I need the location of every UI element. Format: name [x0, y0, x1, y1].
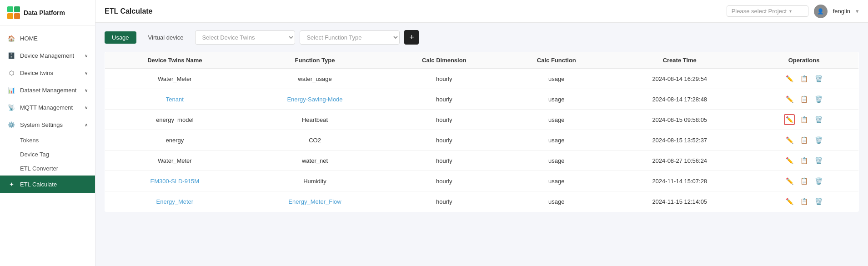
sidebar-item-mqtt-management[interactable]: 📡 MQTT Management ∨ — [0, 99, 95, 116]
chevron-right-icon: ∨ — [85, 53, 88, 58]
edit-button-1[interactable]: ✏️ — [784, 94, 795, 105]
svg-rect-0 — [7, 6, 13, 12]
chevron-down-icon: ∨ — [85, 70, 88, 75]
cell-create-time-0: 2024-08-14 16:29:54 — [610, 69, 749, 89]
add-button[interactable]: + — [404, 30, 419, 45]
user-avatar: 👤 — [814, 5, 828, 18]
delete-button-6[interactable]: 🗑️ — [813, 196, 824, 207]
table-body: Water_Meter water_usage hourly usage 202… — [105, 69, 859, 212]
tab-virtual-device[interactable]: Virtual device — [141, 31, 191, 44]
sidebar-label-home: HOME — [20, 35, 88, 42]
project-placeholder: Please select Project — [732, 8, 787, 15]
table-header-row: Device Twins Name Function Type Calc Dim… — [105, 52, 859, 69]
col-calc-function: Calc Function — [503, 52, 610, 69]
col-function-type: Function Type — [245, 52, 386, 69]
cell-function-type-6[interactable]: Energy_Meter_Flow — [245, 191, 386, 212]
database-icon: 🗄️ — [7, 51, 15, 60]
cell-create-time-4: 2024-08-27 10:56:24 — [610, 151, 749, 171]
cell-calc-function-6: usage — [503, 191, 610, 212]
delete-button-5[interactable]: 🗑️ — [813, 176, 824, 186]
cell-calc-function-5: usage — [503, 171, 610, 191]
edit-button-5[interactable]: ✏️ — [784, 176, 795, 186]
sidebar-label-device-management: Device Management — [20, 52, 80, 59]
sidebar-item-device-management[interactable]: 🗄️ Device Management ∨ — [0, 47, 95, 64]
edit-button-4[interactable]: ✏️ — [784, 155, 795, 166]
table-row: energy CO2 hourly usage 2024-08-15 13:52… — [105, 130, 859, 151]
project-selector[interactable]: Please select Project ▾ — [727, 5, 808, 17]
sidebar-item-etl-calculate[interactable]: ✦ ETL Calculate — [0, 176, 95, 193]
cell-create-time-3: 2024-08-15 13:52:37 — [610, 130, 749, 151]
edit-button-0[interactable]: ✏️ — [784, 73, 795, 84]
delete-button-0[interactable]: 🗑️ — [813, 73, 824, 84]
table-row: Energy_Meter Energy_Meter_Flow hourly us… — [105, 191, 859, 212]
copy-button-6[interactable]: 📋 — [798, 196, 809, 207]
copy-button-4[interactable]: 📋 — [798, 155, 809, 166]
settings-icon: ⚙️ — [7, 120, 15, 129]
cell-calc-function-1: usage — [503, 89, 610, 110]
layers-icon: ⬡ — [7, 69, 15, 77]
delete-button-2[interactable]: 🗑️ — [813, 114, 824, 125]
edit-button-3[interactable]: ✏️ — [784, 135, 795, 146]
cell-create-time-1: 2024-08-14 17:28:48 — [610, 89, 749, 110]
sidebar-item-system-settings[interactable]: ⚙️ System Settings ∧ — [0, 116, 95, 133]
system-settings-subnav: Tokens Device Tag ETL Converter — [0, 133, 95, 176]
cell-create-time-6: 2024-11-15 12:14:05 — [610, 191, 749, 212]
toolbar: Usage Virtual device Select Device Twins… — [105, 30, 859, 45]
sidebar-item-tokens[interactable]: Tokens — [20, 133, 95, 147]
table-icon: 📊 — [7, 86, 15, 94]
cell-operations-2: ✏️ 📋 🗑️ — [749, 110, 858, 130]
cell-operations-0: ✏️ 📋 🗑️ — [749, 69, 858, 89]
sidebar-label-device-twins: Device twins — [20, 70, 80, 76]
col-operations: Operations — [749, 52, 858, 69]
sidebar-item-device-twins[interactable]: ⬡ Device twins ∨ — [0, 64, 95, 81]
sidebar-item-etl-converter[interactable]: ETL Converter — [20, 161, 95, 176]
cell-calc-dimension-5: hourly — [385, 171, 503, 191]
sidebar-label-mqtt-management: MQTT Management — [20, 104, 80, 111]
topbar: ETL Calculate Please select Project ▾ 👤 … — [95, 0, 868, 23]
sidebar-label-system-settings: System Settings — [20, 121, 80, 128]
cell-twins-name-5[interactable]: EM300-SLD-915M — [105, 171, 245, 191]
table-row: EM300-SLD-915M Humidity hourly usage 202… — [105, 171, 859, 191]
sidebar-item-device-tag[interactable]: Device Tag — [20, 147, 95, 161]
cell-twins-name-0: Water_Meter — [105, 69, 245, 89]
cell-calc-dimension-0: hourly — [385, 69, 503, 89]
cell-operations-3: ✏️ 📋 🗑️ — [749, 130, 858, 151]
copy-button-0[interactable]: 📋 — [798, 73, 809, 84]
cell-twins-name-6[interactable]: Energy_Meter — [105, 191, 245, 212]
user-name: fenglin — [833, 8, 850, 15]
copy-button-1[interactable]: 📋 — [798, 94, 809, 105]
col-calc-dimension: Calc Dimension — [385, 52, 503, 69]
cell-operations-1: ✏️ 📋 🗑️ — [749, 89, 858, 110]
svg-rect-3 — [14, 13, 20, 19]
sidebar-item-dataset-management[interactable]: 📊 Dataset Management ∨ — [0, 81, 95, 99]
delete-button-4[interactable]: 🗑️ — [813, 155, 824, 166]
sidebar: Data Platform 🏠 HOME 🗄️ Device Managemen… — [0, 0, 95, 266]
chevron-right-icon-2: ∨ — [85, 88, 88, 93]
user-dropdown-icon[interactable]: ▾ — [856, 8, 859, 15]
edit-button-6[interactable]: ✏️ — [784, 196, 795, 207]
copy-button-3[interactable]: 📋 — [798, 135, 809, 146]
svg-rect-2 — [7, 13, 13, 19]
col-twins-name: Device Twins Name — [105, 52, 245, 69]
table-row: Tenant Energy-Saving-Mode hourly usage 2… — [105, 89, 859, 110]
copy-button-5[interactable]: 📋 — [798, 176, 809, 186]
sidebar-label-etl-converter: ETL Converter — [20, 165, 58, 172]
cell-operations-6: ✏️ 📋 🗑️ — [749, 191, 858, 212]
sidebar-item-home[interactable]: 🏠 HOME — [0, 30, 95, 47]
delete-button-3[interactable]: 🗑️ — [813, 135, 824, 146]
delete-button-1[interactable]: 🗑️ — [813, 94, 824, 105]
select-function-type[interactable]: Select Function Type — [300, 30, 400, 45]
cell-create-time-5: 2024-11-14 15:07:28 — [610, 171, 749, 191]
sidebar-label-tokens: Tokens — [20, 137, 39, 144]
main-content: ETL Calculate Please select Project ▾ 👤 … — [95, 0, 868, 266]
select-device-twins[interactable]: Select Device Twins — [195, 30, 295, 45]
tab-usage[interactable]: Usage — [105, 31, 136, 44]
etl-calculate-icon: ✦ — [7, 180, 15, 188]
cell-function-type-1[interactable]: Energy-Saving-Mode — [245, 89, 386, 110]
copy-button-2[interactable]: 📋 — [798, 114, 809, 125]
cell-function-type-4: water_net — [245, 151, 386, 171]
edit-button-2[interactable]: ✏️ — [784, 114, 795, 125]
cell-calc-dimension-3: hourly — [385, 130, 503, 151]
table-row: energy_model Heartbeat hourly usage 2024… — [105, 110, 859, 130]
cell-twins-name-1[interactable]: Tenant — [105, 89, 245, 110]
